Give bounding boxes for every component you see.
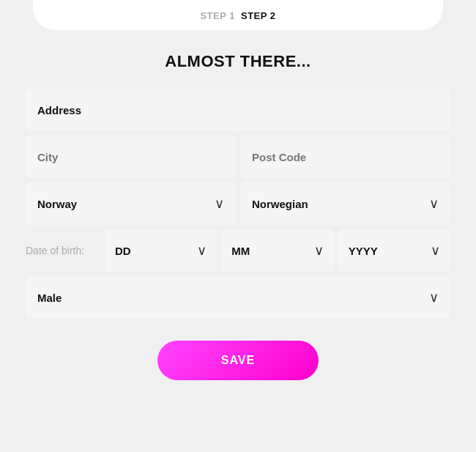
gender-chevron-icon: ∨	[429, 289, 439, 305]
dob-mm-dropdown[interactable]: MM ∨	[221, 229, 333, 272]
page-title: ALMOST THERE...	[165, 52, 310, 71]
country-value: Norway	[37, 198, 77, 210]
step2-label: STEP 2	[241, 10, 276, 21]
dob-mm-label: MM	[231, 245, 250, 257]
country-dropdown-row: Norway ∨	[37, 196, 224, 212]
save-button[interactable]: SAVE	[157, 341, 319, 380]
step-indicator: STEP 1 STEP 2	[33, 0, 443, 30]
country-chevron-icon: ∨	[215, 196, 224, 212]
address-label: Address	[37, 104, 81, 116]
city-input[interactable]	[37, 151, 224, 163]
language-dropdown[interactable]: Norwegian ∨	[240, 182, 450, 225]
gender-dropdown-row: Male ∨	[37, 289, 439, 305]
address-row: Address	[26, 89, 450, 131]
country-dropdown[interactable]: Norway ∨	[26, 182, 236, 225]
language-chevron-icon: ∨	[429, 196, 439, 212]
postcode-input[interactable]	[252, 151, 439, 163]
dob-dropdowns: DD ∨ MM ∨ YYYY ∨	[105, 229, 450, 272]
city-postcode-pair	[26, 136, 450, 178]
language-dropdown-row: Norwegian ∨	[252, 196, 439, 212]
country-language-pair: Norway ∨ Norwegian ∨	[26, 182, 450, 225]
language-value: Norwegian	[252, 198, 308, 210]
city-field-container[interactable]	[26, 136, 236, 178]
page-container: STEP 1 STEP 2 ALMOST THERE... Address No…	[0, 0, 476, 452]
dob-row: Date of birth: DD ∨ MM ∨ YYYY ∨	[26, 229, 450, 272]
form-container: Address Norway ∨ Norwegian ∨	[26, 89, 450, 319]
postcode-field-container[interactable]	[240, 136, 450, 178]
dob-yyyy-chevron-icon: ∨	[431, 242, 440, 259]
dob-yyyy-dropdown[interactable]: YYYY ∨	[338, 229, 450, 272]
dob-label: Date of birth:	[26, 245, 99, 256]
dob-dd-chevron-icon: ∨	[197, 242, 207, 259]
step1-label: STEP 1	[200, 10, 235, 21]
dob-dd-label: DD	[115, 245, 131, 257]
dob-mm-chevron-icon: ∨	[314, 242, 324, 259]
gender-dropdown[interactable]: Male ∨	[26, 276, 450, 319]
gender-value: Male	[37, 292, 62, 304]
dob-yyyy-label: YYYY	[349, 245, 378, 257]
dob-dd-dropdown[interactable]: DD ∨	[105, 229, 217, 272]
